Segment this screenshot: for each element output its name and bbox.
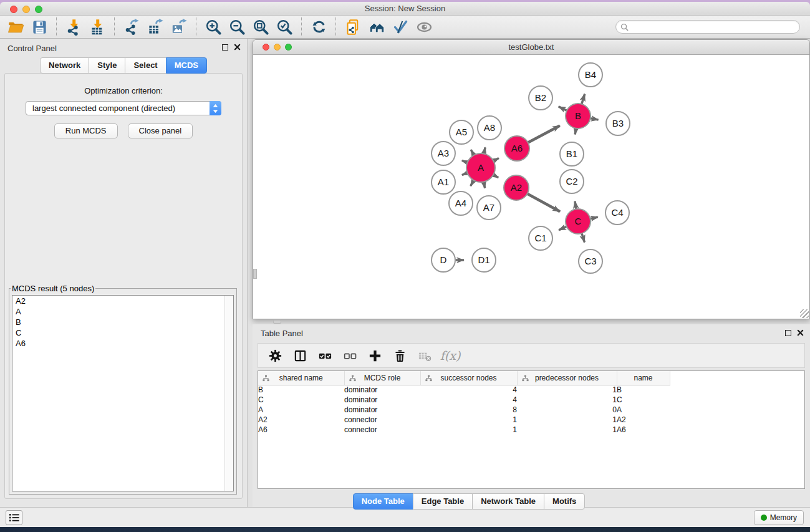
import-network-button[interactable] bbox=[62, 17, 85, 37]
export-table-button[interactable] bbox=[143, 17, 167, 37]
table-row[interactable]: Cdominator41C bbox=[258, 395, 670, 405]
column-header-successor-nodes[interactable]: successor nodes bbox=[420, 371, 517, 385]
tab-motifs[interactable]: Motifs bbox=[544, 493, 585, 510]
export-network-button[interactable] bbox=[120, 17, 143, 37]
home-views-button[interactable] bbox=[365, 17, 388, 37]
result-scrollbar[interactable] bbox=[224, 296, 233, 491]
refresh-layout-button[interactable] bbox=[307, 17, 330, 37]
table-cell: 4 bbox=[420, 385, 517, 395]
plus-icon bbox=[368, 349, 382, 363]
delete-column-button[interactable] bbox=[389, 346, 410, 365]
status-bar: Memory bbox=[0, 507, 810, 527]
svg-text:B3: B3 bbox=[612, 118, 624, 128]
graph-node-A2[interactable]: A2 bbox=[504, 175, 529, 200]
table-panel-title: Table Panel bbox=[261, 329, 303, 338]
graph-node-A4[interactable]: A4 bbox=[449, 191, 473, 215]
open-session-button[interactable] bbox=[4, 17, 27, 37]
graph-node-C2[interactable]: C2 bbox=[560, 170, 584, 193]
show-hide-button[interactable] bbox=[412, 17, 436, 37]
table-cell: A bbox=[617, 405, 670, 415]
deselect-all-button[interactable] bbox=[339, 346, 360, 365]
zoom-out-button[interactable] bbox=[225, 17, 249, 37]
import-network-icon bbox=[65, 19, 82, 36]
graph-node-C[interactable]: C bbox=[566, 209, 591, 234]
delete-table-button[interactable] bbox=[414, 346, 435, 365]
graph-node-B1[interactable]: B1 bbox=[560, 142, 584, 166]
tab-mcds[interactable]: MCDS bbox=[166, 57, 207, 74]
result-list-item[interactable]: A bbox=[12, 306, 233, 317]
graph-node-A6[interactable]: A6 bbox=[504, 136, 529, 161]
graph-node-B4[interactable]: B4 bbox=[579, 63, 602, 87]
zoom-fit-button[interactable] bbox=[249, 17, 272, 37]
search-input[interactable] bbox=[632, 22, 795, 31]
tab-network-table[interactable]: Network Table bbox=[472, 493, 544, 510]
resize-grip-icon[interactable] bbox=[800, 309, 809, 318]
table-columns-button[interactable] bbox=[289, 346, 311, 365]
control-panel: Control Panel Network Style Select MCDS … bbox=[0, 39, 248, 507]
table-row[interactable]: Adominator80A bbox=[258, 405, 670, 415]
svg-text:B1: B1 bbox=[566, 148, 577, 159]
graph-node-A7[interactable]: A7 bbox=[477, 196, 501, 220]
tab-network[interactable]: Network bbox=[40, 57, 89, 74]
table-settings-button[interactable] bbox=[264, 346, 286, 365]
validate-view-button[interactable] bbox=[388, 17, 412, 37]
graph-node-A3[interactable]: A3 bbox=[432, 142, 455, 165]
result-list-item[interactable]: A6 bbox=[12, 338, 233, 349]
select-all-button[interactable] bbox=[314, 346, 335, 365]
column-header-predecessor-nodes[interactable]: predecessor nodes bbox=[517, 371, 617, 385]
zoom-selected-button[interactable] bbox=[272, 17, 296, 37]
function-builder-button[interactable]: f(x) bbox=[439, 346, 460, 365]
graph-node-C4[interactable]: C4 bbox=[605, 201, 629, 225]
zoom-in-button[interactable] bbox=[201, 17, 225, 37]
criterion-dropdown[interactable]: largest connected component (directed) bbox=[26, 101, 221, 115]
float-table-panel-icon[interactable] bbox=[785, 330, 791, 336]
splitter-handle[interactable] bbox=[273, 320, 281, 324]
save-session-button[interactable] bbox=[27, 17, 51, 37]
tab-style[interactable]: Style bbox=[89, 57, 125, 74]
graph-node-B[interactable]: B bbox=[566, 104, 591, 128]
attribute-icon bbox=[263, 375, 269, 384]
graph-node-A[interactable]: A bbox=[466, 153, 495, 182]
memory-button[interactable]: Memory bbox=[754, 510, 804, 525]
close-panel-icon[interactable] bbox=[234, 44, 241, 51]
run-mcds-button[interactable]: Run MCDS bbox=[54, 123, 118, 138]
svg-text:A4: A4 bbox=[455, 198, 466, 208]
export-image-button[interactable] bbox=[167, 17, 191, 37]
column-header-name[interactable]: name bbox=[617, 371, 670, 385]
tab-select[interactable]: Select bbox=[125, 57, 166, 74]
table-row[interactable]: A6connector11A6 bbox=[258, 425, 670, 435]
result-list-item[interactable]: B bbox=[12, 317, 233, 327]
graph-node-A1[interactable]: A1 bbox=[432, 170, 455, 194]
close-panel-button[interactable]: Close panel bbox=[128, 123, 193, 138]
tab-edge-table[interactable]: Edge Table bbox=[413, 493, 473, 510]
graph-node-A8[interactable]: A8 bbox=[478, 116, 501, 140]
add-column-button[interactable] bbox=[364, 346, 385, 365]
graph-node-A5[interactable]: A5 bbox=[450, 120, 473, 144]
graph-node-D1[interactable]: D1 bbox=[472, 248, 496, 272]
network-window-titlebar[interactable]: testGlobe.txt bbox=[253, 40, 809, 55]
column-header-shared-name[interactable]: shared name bbox=[258, 371, 344, 385]
task-history-button[interactable] bbox=[6, 510, 22, 525]
node-table-container: shared name MCDS role successor nodes pr… bbox=[258, 370, 805, 489]
float-panel-icon[interactable] bbox=[222, 44, 228, 51]
graph-node-B2[interactable]: B2 bbox=[529, 86, 552, 110]
network-canvas[interactable]: AA1A2A3A4A5A6A7A8BB1B2B3B4CC1C2C3C4DD1 bbox=[253, 55, 809, 319]
column-header-mcds-role[interactable]: MCDS role bbox=[344, 371, 420, 385]
canvas-scrollbar-nub[interactable] bbox=[253, 269, 257, 279]
graph-node-C1[interactable]: C1 bbox=[529, 226, 552, 250]
result-list-item[interactable]: A2 bbox=[12, 296, 233, 306]
close-table-panel-icon[interactable] bbox=[797, 329, 804, 336]
table-row[interactable]: Bdominator41B bbox=[258, 385, 670, 395]
graph-node-C3[interactable]: C3 bbox=[579, 249, 602, 273]
toolbar-separator bbox=[114, 17, 115, 36]
svg-text:B: B bbox=[575, 110, 581, 121]
graph-node-D[interactable]: D bbox=[432, 248, 455, 272]
graph-node-B3[interactable]: B3 bbox=[606, 112, 630, 135]
clone-network-button[interactable] bbox=[341, 17, 365, 37]
svg-text:C2: C2 bbox=[566, 176, 577, 186]
tab-node-table[interactable]: Node Table bbox=[353, 493, 413, 510]
table-cell: 1 bbox=[517, 415, 617, 425]
result-list-item[interactable]: C bbox=[12, 327, 233, 338]
table-row[interactable]: A2connector11A2 bbox=[258, 415, 670, 425]
import-table-button[interactable] bbox=[85, 17, 109, 37]
